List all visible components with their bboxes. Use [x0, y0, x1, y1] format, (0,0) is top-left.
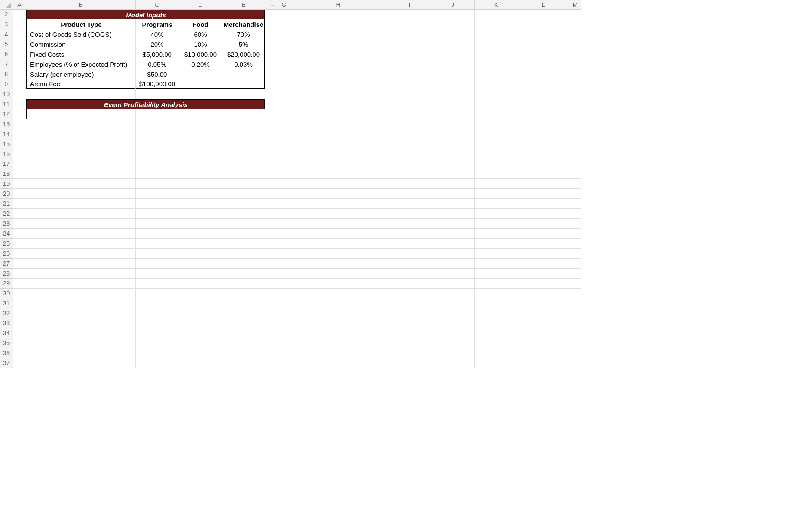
cell-K23[interactable] — [475, 219, 518, 229]
cell-J6[interactable] — [431, 49, 475, 59]
cell-G35[interactable] — [279, 338, 289, 348]
cell-A30[interactable] — [13, 289, 26, 298]
cell-D9[interactable] — [179, 79, 222, 89]
cell-L25[interactable] — [518, 239, 569, 249]
cell-F34[interactable] — [265, 328, 279, 338]
cell-M27[interactable] — [569, 259, 581, 269]
cell-L24[interactable] — [518, 229, 569, 239]
cell-B17[interactable] — [26, 159, 136, 169]
cell-B15[interactable] — [26, 139, 136, 149]
cell-L12[interactable] — [518, 109, 569, 119]
column-header-I[interactable]: I — [388, 0, 431, 10]
cell-G4[interactable] — [279, 29, 289, 39]
cell-B34[interactable] — [26, 328, 136, 338]
cell-F30[interactable] — [265, 289, 279, 298]
row-header-12[interactable]: 12 — [0, 109, 13, 119]
cell-E28[interactable] — [222, 269, 265, 279]
cell-E25[interactable] — [222, 239, 265, 249]
cell-E31[interactable] — [222, 298, 265, 308]
cell-I34[interactable] — [388, 328, 431, 338]
cell-I11[interactable] — [388, 99, 431, 109]
cell-K7[interactable] — [475, 59, 518, 69]
cell-L33[interactable] — [518, 318, 569, 328]
cell-J7[interactable] — [431, 59, 475, 69]
cell-I24[interactable] — [388, 229, 431, 239]
cell-M13[interactable] — [569, 119, 581, 129]
cell-H5[interactable] — [289, 39, 388, 49]
cell-H3[interactable] — [289, 19, 388, 29]
cell-E16[interactable] — [222, 149, 265, 159]
cell-I29[interactable] — [388, 279, 431, 289]
column-header-D[interactable]: D — [179, 0, 222, 10]
cell-H4[interactable] — [289, 29, 388, 39]
cell-E24[interactable] — [222, 229, 265, 239]
cell-J24[interactable] — [431, 229, 475, 239]
cell-A36[interactable] — [13, 348, 26, 358]
cell-A35[interactable] — [13, 338, 26, 348]
cell-J29[interactable] — [431, 279, 475, 289]
cell-A12[interactable] — [13, 109, 26, 119]
cell-K17[interactable] — [475, 159, 518, 169]
cell-C8[interactable]: $50.00 — [136, 69, 179, 79]
cell-F8[interactable] — [265, 69, 279, 79]
row-header-18[interactable]: 18 — [0, 169, 13, 179]
cell-E32[interactable] — [222, 308, 265, 318]
cell-F29[interactable] — [265, 279, 279, 289]
cell-J11[interactable] — [431, 99, 475, 109]
cell-A2[interactable] — [13, 10, 26, 19]
cell-A22[interactable] — [13, 209, 26, 219]
cell-G10[interactable] — [279, 89, 289, 99]
cell-B35[interactable] — [26, 338, 136, 348]
cell-H25[interactable] — [289, 239, 388, 249]
cell-H36[interactable] — [289, 348, 388, 358]
row-header-28[interactable]: 28 — [0, 269, 13, 279]
cell-I26[interactable] — [388, 249, 431, 259]
cell-L11[interactable] — [518, 99, 569, 109]
cell-J36[interactable] — [431, 348, 475, 358]
cell-F32[interactable] — [265, 308, 279, 318]
cell-M33[interactable] — [569, 318, 581, 328]
cell-H8[interactable] — [289, 69, 388, 79]
cell-E37[interactable] — [222, 358, 265, 368]
cell-C9[interactable]: $100,000.00 — [136, 79, 179, 89]
cell-H7[interactable] — [289, 59, 388, 69]
cell-H6[interactable] — [289, 49, 388, 59]
cell-L18[interactable] — [518, 169, 569, 179]
cell-G33[interactable] — [279, 318, 289, 328]
cell-K10[interactable] — [475, 89, 518, 99]
cell-L15[interactable] — [518, 139, 569, 149]
row-header-7[interactable]: 7 — [0, 59, 13, 69]
cell-M31[interactable] — [569, 298, 581, 308]
column-header-H[interactable]: H — [289, 0, 388, 10]
cell-I7[interactable] — [388, 59, 431, 69]
column-header-A[interactable]: A — [13, 0, 26, 10]
column-header-C[interactable]: C — [136, 0, 179, 10]
cell-F35[interactable] — [265, 338, 279, 348]
row-header-26[interactable]: 26 — [0, 249, 13, 259]
cell-G23[interactable] — [279, 219, 289, 229]
cell-B7[interactable]: Employees (% of Expected Profit) — [26, 59, 136, 69]
cell-K35[interactable] — [475, 338, 518, 348]
cell-K12[interactable] — [475, 109, 518, 119]
cell-F17[interactable] — [265, 159, 279, 169]
cell-G19[interactable] — [279, 179, 289, 189]
cell-M35[interactable] — [569, 338, 581, 348]
row-header-33[interactable]: 33 — [0, 318, 13, 328]
cell-G32[interactable] — [279, 308, 289, 318]
cell-H33[interactable] — [289, 318, 388, 328]
cell-J10[interactable] — [431, 89, 475, 99]
cell-K28[interactable] — [475, 269, 518, 279]
cell-J32[interactable] — [431, 308, 475, 318]
cell-M3[interactable] — [569, 19, 581, 29]
cell-K33[interactable] — [475, 318, 518, 328]
cell-F2[interactable] — [265, 10, 279, 19]
cell-I35[interactable] — [388, 338, 431, 348]
cell-K14[interactable] — [475, 129, 518, 139]
cell-J28[interactable] — [431, 269, 475, 279]
cell-C14[interactable] — [136, 129, 179, 139]
cell-L22[interactable] — [518, 209, 569, 219]
cell-F6[interactable] — [265, 49, 279, 59]
cell-L8[interactable] — [518, 69, 569, 79]
cell-K36[interactable] — [475, 348, 518, 358]
cell-I31[interactable] — [388, 298, 431, 308]
